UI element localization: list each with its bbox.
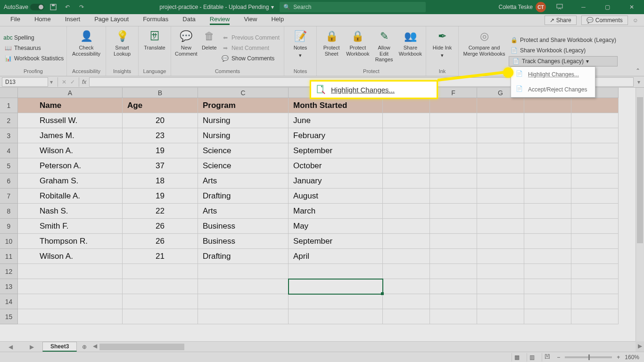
ribbon-options-icon[interactable] (549, 0, 570, 14)
row-header[interactable]: 1 (0, 98, 18, 113)
cell[interactable] (198, 279, 289, 294)
cell[interactable] (477, 204, 524, 219)
accept-reject-menuitem[interactable]: 📄Accept/Reject Changes (511, 82, 595, 97)
redo-icon[interactable]: ↷ (76, 2, 87, 12)
cell[interactable] (524, 158, 571, 173)
cell[interactable]: 26 (123, 234, 198, 249)
cell[interactable] (430, 294, 477, 309)
cell[interactable] (383, 98, 430, 113)
cell[interactable] (571, 128, 619, 143)
cell[interactable] (383, 279, 430, 294)
maximize-icon[interactable]: ▢ (597, 0, 618, 14)
tab-page-layout[interactable]: Page Layout (88, 14, 135, 27)
scroll-thumb[interactable] (99, 344, 184, 350)
cell[interactable] (430, 189, 477, 204)
cell[interactable] (477, 294, 524, 309)
col-header[interactable]: C (198, 88, 289, 98)
cell[interactable]: 21 (123, 249, 198, 264)
share-button[interactable]: ↗Share (545, 16, 577, 25)
cell[interactable] (571, 279, 619, 294)
cell[interactable] (289, 279, 383, 294)
cell[interactable]: Wilson A. (18, 143, 123, 158)
row-header[interactable]: 9 (0, 219, 18, 234)
cell[interactable] (383, 309, 430, 324)
check-accessibility-button[interactable]: 👤Check Accessibility (70, 28, 103, 67)
cell[interactable] (477, 128, 524, 143)
collapse-ribbon-icon[interactable]: ⌃ (636, 67, 640, 74)
share-workbook-legacy-button[interactable]: 📄Share Workbook (Legacy) (509, 46, 618, 55)
save-icon[interactable] (48, 2, 58, 12)
cell[interactable] (198, 309, 289, 324)
cell[interactable] (383, 113, 430, 128)
zoom-in-icon[interactable]: + (617, 354, 620, 361)
cell[interactable]: June (289, 113, 383, 128)
tab-home[interactable]: Home (28, 14, 58, 27)
page-break-view-icon[interactable]: 凹 (542, 353, 552, 362)
name-box[interactable]: D13 (2, 77, 48, 87)
row-header[interactable]: 14 (0, 294, 18, 309)
cell[interactable] (123, 279, 198, 294)
cell[interactable] (383, 173, 430, 189)
row-header[interactable]: 2 (0, 113, 18, 128)
cell[interactable]: Thompson R. (18, 234, 123, 249)
cell[interactable] (198, 294, 289, 309)
row-header[interactable]: 12 (0, 264, 18, 279)
track-changes-button[interactable]: 📄Track Changes (Legacy) ▾ (509, 56, 618, 66)
cell[interactable] (430, 234, 477, 249)
cell[interactable] (430, 158, 477, 173)
cell[interactable] (524, 128, 571, 143)
cell[interactable] (477, 143, 524, 158)
cell[interactable] (430, 98, 477, 113)
cell[interactable] (198, 264, 289, 279)
cell[interactable]: September (289, 143, 383, 158)
row-header[interactable]: 10 (0, 234, 18, 249)
cell[interactable]: September (289, 234, 383, 249)
cell[interactable]: Business (198, 219, 289, 234)
highlight-changes-menuitem[interactable]: 📄Highlight Changes... (511, 67, 595, 82)
cell[interactable] (383, 234, 430, 249)
cell[interactable] (123, 264, 198, 279)
cell[interactable]: August (289, 189, 383, 204)
cell[interactable]: October (289, 158, 383, 173)
cell[interactable] (383, 204, 430, 219)
cell[interactable]: 23 (123, 128, 198, 143)
cell[interactable]: Nursing (198, 128, 289, 143)
row-header[interactable]: 3 (0, 128, 18, 143)
row-header[interactable]: 6 (0, 173, 18, 189)
cell[interactable] (571, 189, 619, 204)
cell[interactable]: Science (198, 143, 289, 158)
row-header[interactable]: 15 (0, 309, 18, 324)
cell[interactable] (18, 279, 123, 294)
cell[interactable]: Name (18, 98, 123, 113)
select-all-cell[interactable] (0, 88, 18, 98)
zoom-out-icon[interactable]: − (557, 354, 560, 361)
cell[interactable] (571, 204, 619, 219)
tab-data[interactable]: Data (176, 14, 202, 27)
cell[interactable] (18, 294, 123, 309)
cell[interactable] (571, 143, 619, 158)
cell[interactable] (430, 204, 477, 219)
smiley-icon[interactable]: ☺ (633, 17, 638, 24)
cell[interactable]: May (289, 219, 383, 234)
cell[interactable]: 18 (123, 173, 198, 189)
cell[interactable] (571, 113, 619, 128)
protect-share-legacy-button[interactable]: 🔒Protect and Share Workbook (Legacy) (509, 35, 618, 45)
cell[interactable] (524, 113, 571, 128)
cell[interactable] (430, 309, 477, 324)
user-name[interactable]: Coletta Teske (499, 4, 533, 10)
row-header[interactable]: 11 (0, 249, 18, 264)
cell[interactable]: Russell W. (18, 113, 123, 128)
cell[interactable] (571, 98, 619, 113)
cell[interactable] (571, 264, 619, 279)
cell[interactable] (383, 249, 430, 264)
cell[interactable] (571, 173, 619, 189)
cell[interactable] (383, 158, 430, 173)
notes-button[interactable]: 📝Notes▾ (287, 28, 314, 67)
autosave-toggle[interactable]: AutoSave (4, 4, 44, 10)
cell[interactable] (524, 279, 571, 294)
tab-insert[interactable]: Insert (58, 14, 87, 27)
cell[interactable]: 19 (123, 189, 198, 204)
scroll-right-icon[interactable]: ▶ (638, 343, 642, 349)
row-header[interactable]: 5 (0, 158, 18, 173)
name-box-dropdown-icon[interactable]: ▾ (50, 79, 58, 85)
